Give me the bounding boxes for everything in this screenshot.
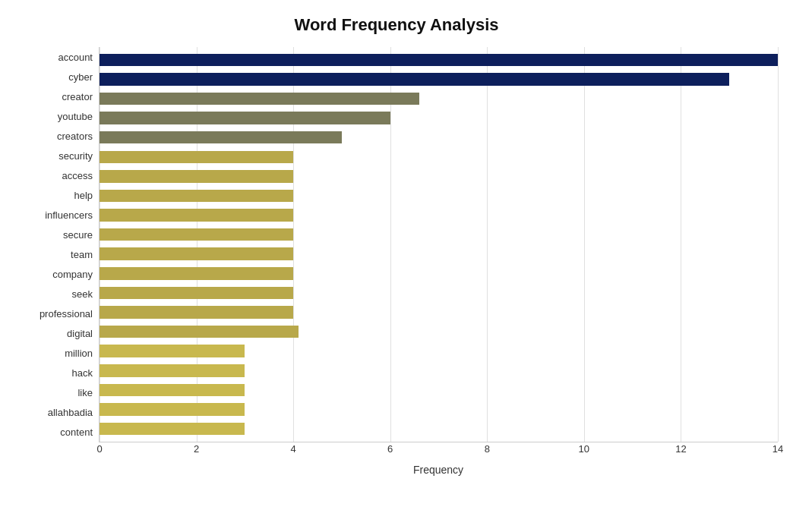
y-label: security [15, 151, 93, 161]
bar [100, 209, 293, 222]
bar-row [100, 127, 778, 147]
x-axis-label: 4 [291, 443, 296, 455]
y-label: youtube [15, 112, 93, 121]
x-axis-label: 8 [485, 443, 490, 455]
chart-area: accountcybercreatoryoutubecreatorssecuri… [15, 47, 778, 442]
bar [100, 384, 245, 397]
bar [100, 190, 293, 203]
bar [100, 306, 293, 319]
bar [100, 326, 299, 338]
bar-row [100, 167, 778, 187]
bar-row [100, 400, 778, 420]
bar [100, 403, 245, 416]
bar [100, 287, 293, 300]
bar-row [100, 89, 778, 109]
y-label: team [15, 250, 93, 260]
bar [100, 423, 245, 436]
bar-row [100, 50, 778, 70]
chart-container: Word Frequency Analysis accountcybercrea… [0, 0, 793, 532]
bar-row [100, 342, 778, 361]
bar-row [100, 109, 778, 128]
y-label: allahbadia [15, 408, 93, 417]
x-axis-label: 10 [579, 443, 589, 455]
bar-row [100, 283, 778, 303]
bar-row [100, 244, 778, 264]
y-label: cyber [15, 72, 93, 82]
bar-row [100, 380, 778, 400]
x-axis-title: Frequency [99, 464, 778, 476]
x-axis-label: 0 [96, 443, 102, 455]
y-label: like [15, 388, 93, 398]
bar [100, 54, 778, 67]
bar [100, 151, 293, 164]
plot-area: 02468101214 [99, 47, 778, 442]
chart-title: Word Frequency Analysis [15, 15, 778, 35]
bar [100, 228, 293, 241]
y-label: account [15, 52, 93, 62]
y-labels: accountcybercreatoryoutubecreatorssecuri… [15, 47, 99, 442]
bar [100, 364, 245, 377]
x-axis-label: 14 [772, 443, 783, 455]
x-axis-label: 2 [194, 443, 199, 455]
bar [100, 73, 729, 86]
grid-line [778, 47, 779, 442]
bar-row [100, 264, 778, 284]
bars-wrapper [100, 47, 778, 442]
y-label: company [15, 269, 93, 279]
bar-row [100, 419, 778, 439]
y-label: professional [15, 309, 93, 319]
bar-row [100, 225, 778, 244]
y-label: creators [15, 131, 93, 141]
y-label: content [15, 427, 93, 437]
y-label: hack [15, 368, 93, 378]
y-label: seek [15, 289, 93, 299]
bar-row [100, 303, 778, 323]
x-axis-label: 6 [387, 443, 393, 455]
bar [100, 267, 293, 280]
y-label: digital [15, 329, 93, 338]
y-label: help [15, 190, 93, 200]
bar [100, 345, 245, 357]
y-label: secure [15, 230, 93, 240]
bar [100, 93, 419, 105]
bar-row [100, 186, 778, 206]
bar-row [100, 361, 778, 381]
bar-row [100, 70, 778, 90]
y-label: million [15, 348, 93, 358]
bar-row [100, 206, 778, 225]
bar-row [100, 147, 778, 167]
bar [100, 247, 293, 260]
bar [100, 112, 390, 124]
y-label: creator [15, 92, 93, 102]
bar [100, 131, 342, 144]
y-label: influencers [15, 210, 93, 220]
x-axis-label: 12 [675, 443, 686, 455]
bar [100, 170, 293, 183]
bar-row [100, 322, 778, 342]
y-label: access [15, 171, 93, 181]
